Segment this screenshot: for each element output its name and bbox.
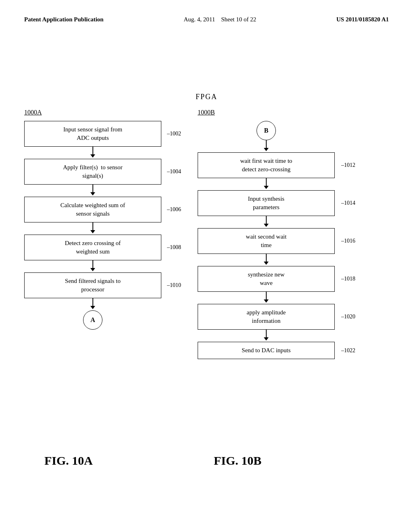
publication-title: Patent Application Publication bbox=[24, 16, 104, 23]
step-1014-text: Input synthesisparameters bbox=[248, 195, 284, 210]
step-1010-num: –1010 bbox=[167, 281, 181, 289]
patent-number: US 2011/0185820 A1 bbox=[336, 16, 389, 23]
arrow-1014-1016 bbox=[198, 216, 335, 228]
arrow-1006-1008 bbox=[24, 222, 161, 235]
step-1020-box: apply amplitudeinformation –1020 bbox=[198, 304, 335, 330]
page-header: Patent Application Publication Aug. 4, 2… bbox=[0, 0, 413, 23]
step-1018-text: synthesize newwave bbox=[248, 271, 284, 286]
step-1020-text: apply amplitudeinformation bbox=[246, 309, 286, 324]
step-1016-num: –1016 bbox=[341, 237, 355, 245]
step-1016-box: wait second waittime –1016 bbox=[198, 228, 335, 254]
step-1014-box: Input synthesisparameters –1014 bbox=[198, 190, 335, 216]
arrow-1020-1022 bbox=[198, 330, 335, 342]
flowchart-left: 1000A Input sensor signal fromADC output… bbox=[24, 109, 161, 330]
step-1002-box: Input sensor signal fromADC outputs –100… bbox=[24, 121, 161, 147]
left-chart-label: 1000A bbox=[24, 109, 42, 116]
step-1010-text: Send filtered signals toprocessor bbox=[65, 278, 121, 293]
step-1020-num: –1020 bbox=[341, 313, 355, 321]
step-1008-text: Detect zero crossing ofweighted sum bbox=[65, 240, 121, 255]
arrow-1018-1020 bbox=[198, 292, 335, 304]
step-1006-num: –1006 bbox=[167, 206, 181, 214]
arrow-1010-a bbox=[24, 298, 161, 310]
step-1002-num: –1002 bbox=[167, 130, 181, 138]
step-1022-box: Send to DAC inputs –1022 bbox=[198, 342, 335, 359]
step-1012-box: wait first wait time todetect zero-cross… bbox=[198, 152, 335, 178]
fig-label-10b: FIG. 10B bbox=[214, 454, 261, 468]
connector-b: B bbox=[257, 121, 276, 140]
step-1006-text: Calculate weighted sum ofsensor signals bbox=[60, 202, 125, 217]
step-1018-num: –1018 bbox=[341, 275, 355, 283]
flowchart-right: 1000B B wait first wait time todetect ze… bbox=[198, 109, 335, 359]
step-1014-num: –1014 bbox=[341, 199, 355, 207]
step-1004-num: –1004 bbox=[167, 168, 181, 176]
publication-date: Aug. 4, 2011 bbox=[184, 16, 215, 23]
arrow-1008-1010 bbox=[24, 260, 161, 272]
step-1006-box: Calculate weighted sum ofsensor signals … bbox=[24, 197, 161, 222]
arrow-1002-1004 bbox=[24, 147, 161, 159]
arrow-1012-1014 bbox=[198, 178, 335, 190]
sheet-info: Sheet 10 of 22 bbox=[221, 16, 256, 23]
step-1022-text: Send to DAC inputs bbox=[242, 347, 290, 353]
arrow-b-1012 bbox=[198, 140, 335, 152]
step-1012-num: –1012 bbox=[341, 161, 355, 169]
arrow-1016-1018 bbox=[198, 254, 335, 266]
step-1022-num: –1022 bbox=[341, 347, 355, 355]
step-1004-box: Apply filter(s) to sensorsignal(s) –1004 bbox=[24, 159, 161, 185]
step-1012-text: wait first wait time todetect zero-cross… bbox=[240, 158, 292, 172]
step-1008-box: Detect zero crossing ofweighted sum –100… bbox=[24, 235, 161, 260]
header-center: Aug. 4, 2011 Sheet 10 of 22 bbox=[184, 16, 256, 23]
step-1004-text: Apply filter(s) to sensorsignal(s) bbox=[63, 164, 122, 179]
arrow-1004-1006 bbox=[24, 185, 161, 197]
step-1002-text: Input sensor signal fromADC outputs bbox=[63, 126, 122, 141]
step-1008-num: –1008 bbox=[167, 243, 181, 251]
step-1010-box: Send filtered signals toprocessor –1010 bbox=[24, 272, 161, 298]
right-chart-label: 1000B bbox=[198, 109, 215, 116]
connector-a: A bbox=[83, 310, 102, 330]
step-1016-text: wait second waittime bbox=[246, 233, 287, 248]
step-1018-box: synthesize newwave –1018 bbox=[198, 266, 335, 292]
fig-label-10a: FIG. 10A bbox=[44, 454, 93, 468]
fpga-label: FPGA bbox=[196, 93, 217, 101]
main-content: FPGA 1000A Input sensor signal fromADC o… bbox=[0, 64, 413, 532]
